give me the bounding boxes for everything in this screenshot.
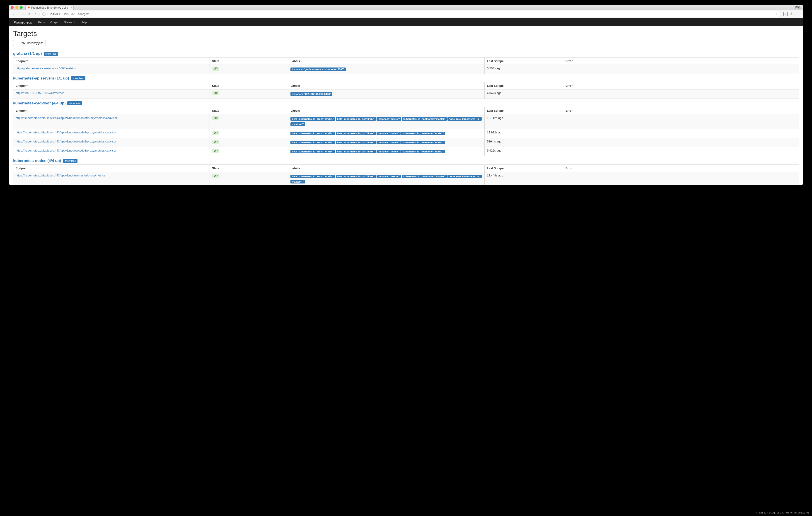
- targets-table: EndpointStateLabelsLast ScrapeErrorhttps…: [13, 107, 799, 156]
- show-less-button[interactable]: show less: [44, 52, 58, 56]
- labels-cell: instance="192.168.115.210:6443": [288, 89, 485, 98]
- endpoint-link[interactable]: https://kubernetes.default.svc:443/api/v…: [16, 116, 117, 120]
- label-badge: beta_kubernetes_io_os="linux": [336, 175, 376, 178]
- bookmark-star-icon[interactable]: ☆: [775, 12, 778, 16]
- endpoint-link[interactable]: http://grafana-service.ns-monitor:3000/m…: [16, 67, 76, 70]
- endpoint-link[interactable]: https://kubernetes.default.svc:443/api/v…: [16, 174, 105, 177]
- target-row: https://kubernetes.default.svc:443/api/v…: [13, 172, 799, 185]
- job-title-link[interactable]: kubernetes-cadvisor (4/4 up): [13, 101, 65, 105]
- state-badge: UP: [212, 174, 220, 178]
- label-badge: beta_kubernetes_io_arch="amd64": [290, 150, 335, 153]
- job-header: grafana (1/1 up)show less: [13, 52, 799, 56]
- checkbox-icon: [16, 42, 18, 44]
- th-labels: Labels: [288, 58, 485, 65]
- back-button[interactable]: ←: [11, 12, 17, 16]
- maximize-window-button[interactable]: [20, 6, 23, 9]
- site-info-icon[interactable]: i: [42, 12, 46, 16]
- endpoint-link[interactable]: https://kubernetes.default.svc:443/api/v…: [16, 149, 116, 152]
- url-path: :32014/targets: [70, 12, 89, 16]
- last-scrape-cell: 12.982s ago: [485, 129, 563, 138]
- tab-close-icon[interactable]: ×: [70, 6, 72, 9]
- nav-alerts[interactable]: Alerts: [37, 21, 45, 24]
- label-badge: kubernetes_io_hostname="node3": [401, 150, 445, 153]
- label-badge: beta_kubernetes_io_os="linux": [336, 117, 376, 121]
- targets-table: EndpointStateLabelsLast ScrapeErrorhttps…: [13, 82, 799, 98]
- label-badge: instance="grafana-service.ns-monitor:300…: [290, 67, 346, 71]
- error-cell: [563, 129, 799, 138]
- minimize-window-button[interactable]: [16, 6, 18, 9]
- chrome-menu-icon[interactable]: ⋮: [795, 12, 801, 16]
- targets-table: EndpointStateLabelsLast ScrapeErrorhttps…: [13, 164, 799, 185]
- extension-icons: S ☀ ⋮: [783, 12, 801, 16]
- th-error: Error: [563, 107, 799, 114]
- th-state: State: [209, 164, 288, 172]
- label-badge: kubernetes_io_hostname="node2": [401, 141, 445, 144]
- target-row: https://192.168.115.210:6443/metricsUPin…: [13, 89, 799, 98]
- th-labels: Labels: [288, 164, 485, 172]
- last-scrape-cell: 5.922s ago: [485, 147, 563, 156]
- nav-status[interactable]: Status ▼: [64, 21, 75, 24]
- labels-cell: beta_kubernetes_io_arch="amd64"beta_kube…: [288, 147, 485, 156]
- show-less-button[interactable]: show less: [63, 159, 78, 163]
- label-badge: instance="node2": [377, 141, 401, 144]
- job-title-link[interactable]: grafana (1/1 up): [13, 52, 42, 56]
- th-error: Error: [563, 164, 799, 172]
- only-unhealthy-button[interactable]: Only unhealthy jobs: [13, 40, 46, 46]
- extension-s-icon[interactable]: S: [783, 12, 787, 16]
- last-scrape-cell: 5.503s ago: [485, 65, 563, 74]
- target-row: https://kubernetes.default.svc:443/api/v…: [13, 147, 799, 156]
- th-error: Error: [563, 82, 799, 89]
- label-badge: beta_kubernetes_io_os="linux": [336, 141, 376, 144]
- job-title-link[interactable]: kubernetes-nodes (4/4 up): [13, 158, 61, 163]
- label-badge: beta_kubernetes_io_arch="amd64": [290, 141, 335, 144]
- th-state: State: [209, 82, 288, 89]
- labels-cell: beta_kubernetes_io_arch="amd64"beta_kube…: [288, 172, 485, 185]
- th-state: State: [209, 58, 288, 65]
- traffic-lights: [11, 6, 23, 9]
- job-title-link[interactable]: kubernetes-apiservers (1/1 up): [13, 76, 69, 81]
- last-scrape-cell: 10.112s ago: [485, 114, 563, 129]
- endpoint-link[interactable]: https://192.168.115.210:6443/metrics: [16, 91, 64, 95]
- page-title: Targets: [13, 29, 799, 38]
- label-badge: kubernetes_io_hostname="master": [402, 117, 447, 121]
- prometheus-navbar: Prometheus Alerts Graph Status ▼ Help: [9, 18, 803, 26]
- label-badge: beta_kubernetes_io_os="linux": [336, 131, 376, 135]
- label-badge: beta_kubernetes_io_arch="amd64": [290, 117, 335, 121]
- label-badge: beta_kubernetes_io_arch="amd64": [290, 175, 335, 178]
- extension-sun-icon[interactable]: ☀: [789, 12, 793, 16]
- label-badge: kubernetes_io_hostname="node1": [401, 131, 445, 135]
- forward-button[interactable]: →: [19, 12, 25, 16]
- target-row: https://kubernetes.default.svc:443/api/v…: [13, 129, 799, 138]
- target-row: https://kubernetes.default.svc:443/api/v…: [13, 138, 799, 147]
- labels-cell: beta_kubernetes_io_arch="amd64"beta_kube…: [288, 129, 485, 138]
- th-endpoint: Endpoint: [13, 164, 210, 172]
- navbar-brand[interactable]: Prometheus: [13, 20, 32, 24]
- state-badge: UP: [212, 116, 220, 120]
- browser-window: Prometheus Time Series Colle × 陈磊 ← → ⟳ …: [9, 5, 803, 185]
- page-content: Targets Only unhealthy jobs grafana (1/1…: [9, 26, 803, 185]
- home-button[interactable]: ⌂: [33, 12, 37, 16]
- browser-tab[interactable]: Prometheus Time Series Colle ×: [25, 5, 74, 10]
- show-less-button[interactable]: show less: [71, 76, 85, 81]
- state-badge: UP: [212, 149, 220, 153]
- endpoint-link[interactable]: https://kubernetes.default.svc:443/api/v…: [16, 140, 116, 143]
- address-bar[interactable]: i 192.168.115.210:32014/targets ☆: [39, 11, 781, 17]
- close-window-button[interactable]: [11, 6, 13, 9]
- show-less-button[interactable]: show less: [67, 101, 82, 105]
- error-cell: [563, 89, 799, 98]
- job-header: kubernetes-cadvisor (4/4 up)show less: [13, 101, 799, 105]
- job-header: kubernetes-apiservers (1/1 up)show less: [13, 76, 799, 81]
- tab-title: Prometheus Time Series Colle: [31, 6, 68, 9]
- nav-graph[interactable]: Graph: [50, 21, 58, 24]
- th-endpoint: Endpoint: [13, 107, 210, 114]
- endpoint-link[interactable]: https://kubernetes.default.svc:443/api/v…: [16, 131, 116, 134]
- error-cell: [563, 114, 799, 129]
- label-badge: instance="node3": [377, 150, 401, 153]
- chrome-profile-name[interactable]: 陈磊: [795, 5, 801, 9]
- reload-button[interactable]: ⟳: [27, 12, 31, 16]
- label-badge: kubernetes_io_hostname="master": [402, 175, 447, 178]
- th-state: State: [209, 107, 288, 114]
- nav-help[interactable]: Help: [81, 21, 87, 24]
- th-last-scrape: Last Scrape: [485, 164, 563, 172]
- label-badge: instance="master": [377, 117, 402, 121]
